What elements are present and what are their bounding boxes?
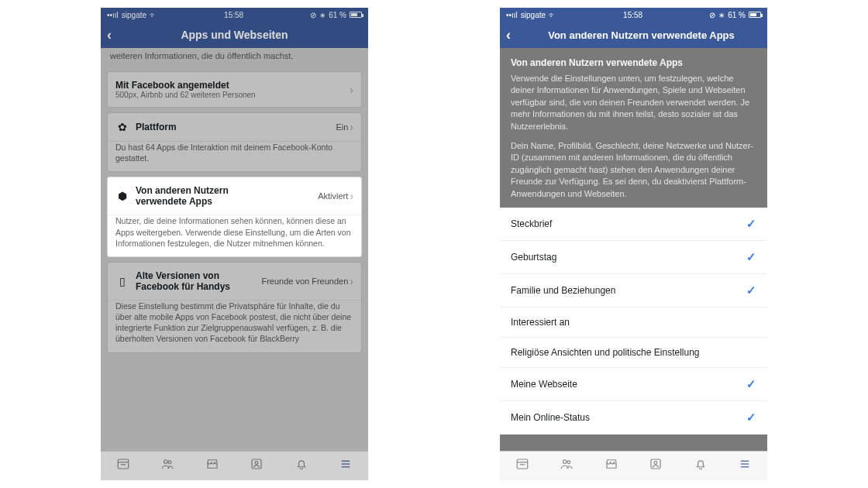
row-description: Du hast 64 Apps die Interaktion mit dein… — [108, 142, 361, 171]
card-old-facebook-mobile[interactable]: ▯ Alte Versionen von Facebook für Handys… — [107, 262, 362, 353]
check-icon: ✓ — [746, 377, 756, 391]
svg-rect-10 — [517, 459, 528, 469]
carrier-label: sipgate — [122, 11, 146, 19]
battery-percent: 61 % — [329, 11, 346, 19]
cube-icon: ⬢ — [115, 190, 129, 202]
chevron-right-icon: › — [350, 121, 353, 133]
checklist-row[interactable]: Mein Online-Status✓ — [500, 401, 767, 435]
chevron-right-icon: › — [350, 84, 353, 96]
card-apps-others-use[interactable]: ⬢ Von anderen Nutzern verwendete Apps Ak… — [107, 177, 362, 257]
tab-profile[interactable] — [250, 457, 264, 475]
check-icon: ✓ — [746, 217, 756, 231]
section-paragraph-2: Dein Name, Profilbild, Geschlecht, deine… — [500, 140, 767, 208]
tab-menu[interactable] — [339, 457, 353, 475]
svg-point-3 — [164, 460, 168, 464]
checklist-row[interactable]: Steckbrief✓ — [500, 208, 767, 241]
orientation-icon: ⊘ — [709, 11, 715, 19]
tab-friends[interactable] — [560, 457, 574, 475]
bluetooth-icon: ∗ — [718, 11, 725, 19]
tab-bar — [500, 451, 767, 480]
row-value: Ein — [336, 122, 348, 132]
clock: 15:58 — [623, 11, 642, 19]
checklist-label: Steckbrief — [511, 218, 552, 229]
gear-icon: ✿ — [115, 121, 129, 133]
bluetooth-icon: ∗ — [319, 11, 326, 19]
orientation-icon: ⊘ — [310, 11, 316, 19]
row-value: Freunde von Freunden — [261, 277, 348, 286]
check-icon: ✓ — [746, 284, 756, 297]
checklist-label: Interessiert an — [511, 317, 570, 328]
checklist-label: Mein Online-Status — [511, 412, 590, 423]
card-logged-in-with-facebook[interactable]: Mit Facebook angemeldet 500px, Airbnb un… — [107, 71, 362, 108]
checklist-row[interactable]: Religiöse Ansichten und politische Einst… — [500, 338, 767, 368]
check-icon: ✓ — [746, 411, 756, 424]
wifi-icon: ᯤ — [549, 11, 556, 19]
svg-rect-0 — [118, 459, 129, 469]
tab-notifications[interactable] — [694, 457, 708, 475]
page-title: Apps und Webseiten — [122, 29, 362, 41]
tab-notifications[interactable] — [294, 457, 308, 475]
row-title: Plattform — [136, 122, 329, 132]
section-paragraph-1: Verwende die Einstellungen unten, um fes… — [500, 73, 767, 140]
signal-icon: ••ııl — [506, 11, 518, 19]
tab-profile[interactable] — [649, 457, 663, 475]
svg-point-6 — [255, 462, 258, 465]
row-subtitle: 500px, Airbnb und 62 weiteren Personen — [115, 91, 343, 99]
row-title: Von anderen Nutzern verwendete Apps — [136, 185, 267, 207]
page-title: Von anderen Nutzern verwendete Apps — [522, 29, 761, 41]
nav-bar: ‹ Von anderen Nutzern verwendete Apps — [500, 22, 767, 48]
row-title: Mit Facebook angemeldet — [115, 80, 343, 91]
card-platform[interactable]: ✿ Plattform Ein› Du hast 64 Apps die Int… — [107, 112, 362, 172]
status-bar: ••ııl sipgate ᯤ 15:58 ⊘ ∗ 61 % — [500, 8, 767, 22]
svg-point-13 — [563, 460, 567, 464]
row-description: Diese Einstellung bestimmt die Privatsph… — [108, 301, 361, 352]
check-icon: ✓ — [746, 250, 756, 264]
tab-friends[interactable] — [160, 457, 174, 475]
tab-marketplace[interactable] — [604, 457, 618, 475]
content-scroll[interactable]: weiteren Informationen, die du öffentlic… — [101, 48, 368, 451]
nav-bar: ‹ Apps und Webseiten — [101, 22, 368, 48]
tab-newsfeed[interactable] — [116, 457, 130, 475]
tab-menu[interactable] — [738, 457, 752, 475]
chevron-right-icon: › — [350, 275, 353, 287]
status-bar: ••ııl sipgate ᯤ 15:58 ⊘ ∗ 61 % — [101, 8, 368, 22]
svg-point-14 — [567, 461, 570, 464]
battery-icon — [350, 12, 362, 18]
screenshot-apps-and-websites: ••ııl sipgate ᯤ 15:58 ⊘ ∗ 61 % ‹ Apps un… — [101, 8, 368, 480]
back-button[interactable]: ‹ — [506, 27, 522, 43]
tab-bar — [101, 451, 368, 480]
chevron-right-icon: › — [350, 190, 353, 202]
svg-point-16 — [654, 462, 657, 465]
checklist-row[interactable]: Meine Webseite✓ — [500, 368, 767, 401]
battery-percent: 61 % — [728, 11, 746, 19]
checklist-row[interactable]: Interessiert an — [500, 308, 767, 338]
battery-icon — [749, 12, 761, 18]
checklist-label: Religiöse Ansichten und politische Einst… — [511, 347, 700, 358]
checklist-row[interactable]: Familie und Beziehungen✓ — [500, 274, 767, 308]
signal-icon: ••ııl — [107, 11, 119, 19]
info-sharing-checklist: Steckbrief✓Geburtstag✓Familie und Bezieh… — [500, 208, 767, 435]
screenshot-apps-others-use-detail: ••ııl sipgate ᯤ 15:58 ⊘ ∗ 61 % ‹ Von and… — [500, 8, 767, 480]
wifi-icon: ᯤ — [150, 11, 157, 19]
carrier-label: sipgate — [521, 11, 546, 19]
checklist-row[interactable]: Geburtstag✓ — [500, 241, 767, 274]
clock: 15:58 — [224, 11, 243, 19]
tab-marketplace[interactable] — [205, 457, 219, 475]
back-button[interactable]: ‹ — [107, 27, 122, 43]
section-heading: Von anderen Nutzern verwendete Apps — [500, 48, 767, 73]
row-description: Nutzer, die deine Informationen sehen kö… — [108, 215, 361, 256]
row-value: Aktiviert — [318, 191, 348, 201]
checklist-label: Meine Webseite — [511, 379, 577, 390]
tab-newsfeed[interactable] — [515, 457, 529, 475]
checklist-label: Geburtstag — [511, 252, 556, 263]
content-scroll[interactable]: Von anderen Nutzern verwendete Apps Verw… — [500, 48, 767, 451]
intro-snippet: weiteren Informationen, die du öffentlic… — [101, 48, 368, 67]
checklist-label: Familie und Beziehungen — [511, 285, 615, 296]
phone-icon: ▯ — [115, 275, 129, 287]
svg-point-4 — [168, 461, 171, 464]
row-title: Alte Versionen von Facebook für Handys — [136, 270, 236, 292]
